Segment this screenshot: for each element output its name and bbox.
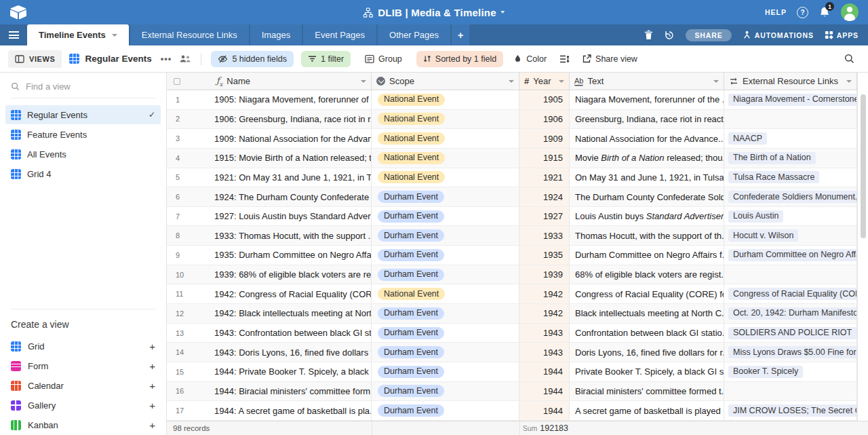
cell-text[interactable]: Louis Austin buys Standard Advertiser... <box>570 207 724 226</box>
cell-year[interactable]: 1939 <box>519 265 570 284</box>
sidebar-item-all-events[interactable]: All Events <box>5 145 161 164</box>
cell-external-resource-links[interactable]: Confederate Soldiers Monument, I <box>724 187 857 206</box>
table-row[interactable]: 2 1906: Greensburg, Indiana, race riot i… <box>167 110 857 130</box>
current-view-name[interactable]: Regular Events <box>69 54 151 64</box>
avatar[interactable] <box>841 3 859 21</box>
add-kanban-view-button[interactable]: + <box>149 419 155 431</box>
column-header-name[interactable]: ƒx Name <box>212 73 372 90</box>
history-button[interactable] <box>664 30 675 41</box>
row-gutter[interactable]: 1 <box>167 90 212 109</box>
cell-scope[interactable]: National Event <box>372 168 519 187</box>
sort-button[interactable]: Sorted by 1 field <box>416 51 503 67</box>
cell-scope[interactable]: National Event <box>372 110 519 129</box>
linked-record-chip[interactable]: Hocutt v. Wilson <box>728 229 798 242</box>
column-header-year[interactable]: # Year <box>519 73 570 90</box>
cell-name[interactable]: 1924: The Durham County Confederate ... <box>212 187 372 206</box>
trash-button[interactable] <box>644 30 653 40</box>
cell-scope[interactable]: Durham Event <box>372 401 519 420</box>
cell-name[interactable]: 1944: Private Booker T. Spicely, a black… <box>212 362 372 381</box>
add-gallery-view-button[interactable]: + <box>149 400 155 411</box>
tab-external-resource-links[interactable]: External Resource Links <box>130 24 249 45</box>
cell-external-resource-links[interactable]: JIM CROW LOSES; The Secret Gar <box>724 401 857 420</box>
notifications-button[interactable]: 1 <box>818 6 831 18</box>
cell-name[interactable]: 1942: Congress of Racial Equality (CORE.… <box>212 284 372 303</box>
linked-record-chip[interactable]: Confederate Soldiers Monument, I <box>728 191 857 203</box>
row-gutter[interactable]: 4 <box>167 149 212 168</box>
create-form-view[interactable]: Form + <box>11 356 155 376</box>
table-row[interactable]: 12 1942: Black intellectuals meeting at … <box>167 304 857 324</box>
table-row[interactable]: 10 1939: 68% of eligible black voters ar… <box>167 265 857 285</box>
column-header-text[interactable]: Ab Text <box>570 73 724 90</box>
cell-name[interactable]: 1927: Louis Austin buys Standard Advert.… <box>212 207 372 226</box>
tab-timeline-events[interactable]: Timeline Events <box>27 24 129 45</box>
cell-name[interactable]: 1933: Thomas Hocutt, with the support ..… <box>212 226 372 245</box>
cell-text[interactable]: Durham Committee on Negro Affairs f... <box>570 246 724 265</box>
linked-record-chip[interactable]: Niagara Movement - Cornerstone <box>728 94 857 106</box>
linked-record-chip[interactable]: Booker T. Spicely <box>728 366 803 378</box>
sidebar-item-feature-events[interactable]: Feature Events <box>5 125 161 144</box>
row-height-button[interactable] <box>557 52 572 67</box>
tab-other-pages[interactable]: Other Pages <box>378 24 450 45</box>
vertical-scrollbar[interactable] <box>857 73 868 421</box>
column-menu-caret-icon[interactable] <box>846 80 852 83</box>
view-more-button[interactable]: ••• <box>161 54 172 64</box>
cell-year[interactable]: 1944 <box>519 382 570 401</box>
row-gutter[interactable]: 9 <box>167 246 212 265</box>
table-row[interactable]: 5 1921: On May 31 and June 1, 1921, in T… <box>167 168 857 188</box>
row-gutter[interactable]: 10 <box>167 265 212 284</box>
group-button[interactable]: Group <box>358 51 409 67</box>
table-row[interactable]: 17 1944: A secret game of basketball is … <box>167 401 857 421</box>
row-gutter[interactable]: 5 <box>167 168 212 187</box>
cell-external-resource-links[interactable]: Booker T. Spicely <box>724 362 857 381</box>
row-gutter[interactable]: 8 <box>167 226 212 245</box>
table-row[interactable]: 16 1944: Biracial ministers' committee f… <box>167 382 857 402</box>
cell-scope[interactable]: Durham Event <box>372 187 519 206</box>
cell-name[interactable]: 1935: Durham Committee on Negro Affai... <box>212 246 372 265</box>
cell-text[interactable]: 68% of eligible black voters are regist.… <box>570 265 724 284</box>
add-calendar-view-button[interactable]: + <box>149 380 155 392</box>
cell-year[interactable]: 1943 <box>519 343 570 362</box>
row-gutter[interactable]: 3 <box>167 129 212 148</box>
cell-scope[interactable]: Durham Event <box>372 304 519 323</box>
share-view-button[interactable]: Share view <box>580 51 640 67</box>
cell-scope[interactable]: National Event <box>372 90 519 109</box>
cell-external-resource-links[interactable]: Hocutt v. Wilson <box>724 226 857 245</box>
table-row[interactable]: 1 1905: Niagara Movement, forerunner of … <box>167 90 857 110</box>
table-row[interactable]: 11 1942: Congress of Racial Equality (CO… <box>167 284 857 304</box>
cell-year[interactable]: 1906 <box>519 110 570 129</box>
row-gutter[interactable]: 12 <box>167 304 212 323</box>
select-all-checkbox[interactable] <box>174 78 180 85</box>
column-header-scope[interactable]: Scope <box>372 73 519 90</box>
cell-name[interactable]: 1906: Greensburg, Indiana, race riot in … <box>212 110 372 129</box>
cell-external-resource-links[interactable]: Miss Lyons Draws $5.00 Fine for B <box>724 343 857 362</box>
cell-text[interactable]: Black intellectuals meeting at North C..… <box>570 304 724 323</box>
help-button[interactable]: HELP <box>765 8 787 16</box>
collaborators-button[interactable] <box>179 54 191 63</box>
column-menu-caret-icon[interactable] <box>713 80 719 83</box>
cell-year[interactable]: 1905 <box>519 90 570 109</box>
cell-scope[interactable]: Durham Event <box>372 265 519 284</box>
add-table-button[interactable]: + <box>452 24 469 45</box>
table-row[interactable]: 6 1924: The Durham County Confederate ..… <box>167 187 857 207</box>
row-gutter[interactable]: 7 <box>167 207 212 226</box>
cell-year[interactable]: 1909 <box>519 129 570 148</box>
create-gallery-view[interactable]: Gallery + <box>11 396 155 415</box>
cell-external-resource-links[interactable]: Oct. 20, 1942: Durham Manifesto <box>724 304 857 323</box>
cell-name[interactable]: 1905: Niagara Movement, forerunner of t.… <box>212 90 372 109</box>
column-summary[interactable]: Sum 192183 <box>167 423 568 433</box>
cell-external-resource-links[interactable]: Tulsa Race Massacre <box>724 168 857 187</box>
automations-button[interactable]: AUTOMATIONS <box>743 31 814 39</box>
create-grid-view[interactable]: Grid + <box>11 337 155 356</box>
help-icon[interactable]: ? <box>797 7 808 18</box>
cell-year[interactable]: 1935 <box>519 246 570 265</box>
table-row[interactable]: 3 1909: National Association for the Adv… <box>167 129 857 149</box>
cell-text[interactable]: Movie Birth of a Nation released; thou..… <box>570 149 724 168</box>
linked-record-chip[interactable]: JIM CROW LOSES; The Secret Gar <box>728 404 857 417</box>
find-view-input[interactable] <box>26 81 134 92</box>
cell-scope[interactable]: Durham Event <box>372 246 519 265</box>
cell-year[interactable]: 1942 <box>519 304 570 323</box>
cell-text[interactable]: Greensburg, Indiana, race riot in reacti… <box>570 110 724 129</box>
column-menu-caret-icon[interactable] <box>509 80 514 83</box>
linked-record-chip[interactable]: Louis Austin <box>728 210 783 223</box>
row-gutter[interactable]: 13 <box>167 324 212 343</box>
